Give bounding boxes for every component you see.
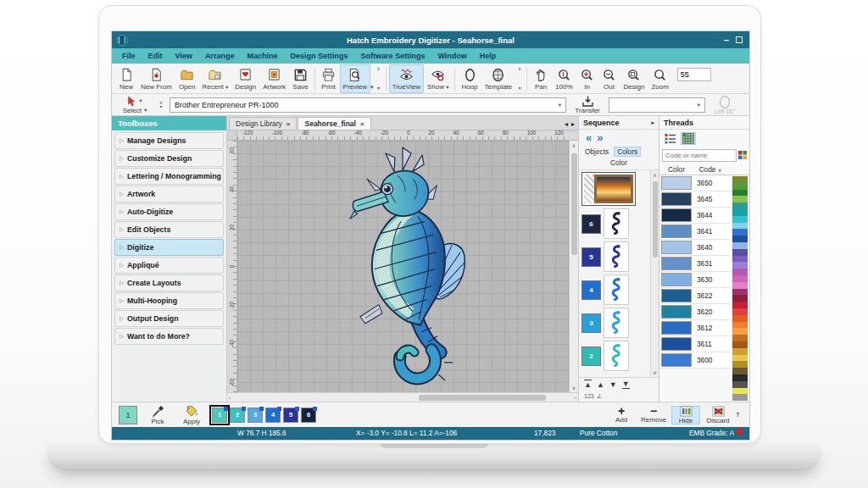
menu-item[interactable]: Edit bbox=[148, 52, 163, 60]
hide-unused-button[interactable]: Hide bbox=[671, 406, 700, 424]
thread-row[interactable]: 3622 bbox=[659, 288, 731, 304]
thread-grid-view-button[interactable] bbox=[681, 132, 696, 145]
sequence-color-row[interactable]: 4 bbox=[581, 274, 649, 305]
thread-row[interactable]: 3640 bbox=[659, 240, 731, 256]
toolbox-item[interactable]: ▷ Output Design bbox=[114, 310, 224, 327]
trueview-button[interactable]: TrueView bbox=[389, 64, 424, 93]
toolbox-item[interactable]: ▷ Multi-Hooping bbox=[114, 292, 224, 309]
tab-colors[interactable]: Colors bbox=[614, 147, 641, 157]
zoom-out-button[interactable]: Out bbox=[598, 64, 620, 93]
toolbox-item[interactable]: ▷ Create Layouts bbox=[114, 274, 224, 291]
show-button[interactable]: Show ▾ bbox=[424, 64, 453, 93]
machine-select[interactable]: Brother Entrepreneur PR-1000 ▾ bbox=[170, 97, 566, 113]
new-from-button[interactable]: New From bbox=[137, 64, 175, 93]
tab-objects[interactable]: Objects bbox=[581, 147, 612, 157]
save-button[interactable]: Save bbox=[289, 64, 311, 93]
discard-unused-button[interactable]: Discard bbox=[704, 406, 732, 424]
pick-color-button[interactable]: Pick bbox=[144, 405, 171, 425]
document-tab[interactable]: Seahorse_final × bbox=[298, 117, 370, 130]
seahorse-design[interactable] bbox=[346, 143, 466, 390]
thread-spectrum-strip[interactable] bbox=[732, 176, 748, 401]
palette-swatch[interactable]: 1 bbox=[212, 408, 227, 423]
thread-row[interactable]: 3645 bbox=[659, 191, 731, 208]
hoop-button[interactable]: Hoop bbox=[458, 64, 481, 93]
thread-row[interactable]: 3600 bbox=[659, 352, 731, 369]
toolbox-item[interactable]: ▷ Digitize bbox=[114, 239, 224, 256]
palette-swatch[interactable]: 3 bbox=[248, 408, 263, 423]
toolbox-item[interactable]: ▷ Auto-Digitize bbox=[114, 203, 224, 220]
angle-icon[interactable]: ∠ bbox=[597, 393, 602, 400]
toolbar-overflow-button[interactable]: ∨▾ bbox=[157, 98, 165, 112]
sequence-color-row[interactable]: 5 bbox=[581, 241, 649, 272]
sequence-scrollbar[interactable]: ∧ ∨ bbox=[650, 170, 659, 377]
scrollbar-thumb[interactable] bbox=[419, 395, 546, 401]
preview-button[interactable]: Preview bbox=[340, 64, 370, 93]
thread-row[interactable]: 3620 bbox=[659, 304, 731, 320]
next-color-button[interactable]: » bbox=[597, 131, 603, 144]
move-down-button[interactable]: ▼ bbox=[609, 380, 617, 389]
sequence-color-row[interactable]: 3 bbox=[581, 308, 649, 338]
template-button[interactable]: Template bbox=[481, 64, 515, 93]
print-button[interactable]: Print bbox=[318, 64, 340, 93]
thread-row[interactable]: 3644 bbox=[659, 208, 731, 224]
menu-item[interactable]: View bbox=[175, 52, 192, 60]
threads-code-column-header[interactable]: Code ∨ bbox=[693, 165, 727, 174]
toolbox-item[interactable]: ▷ Want to do More? bbox=[114, 328, 224, 345]
document-tab[interactable]: Design Library × bbox=[229, 117, 297, 130]
toolbox-item[interactable]: ▷ Edit Objects bbox=[114, 221, 224, 238]
menu-item[interactable]: Window bbox=[437, 52, 466, 60]
hoop-select[interactable]: ▾ bbox=[609, 97, 705, 113]
menu-item[interactable]: Help bbox=[480, 52, 497, 60]
zoom-100-button[interactable]: 100% bbox=[552, 64, 576, 93]
artwork-thumbnail[interactable] bbox=[581, 172, 636, 206]
menu-item[interactable]: Arrange bbox=[205, 52, 235, 60]
panel-collapse-icon[interactable]: ▸ bbox=[651, 119, 654, 126]
minimize-button[interactable]: – bbox=[724, 36, 729, 43]
toolbar-overflow-button[interactable]: ∨▾ bbox=[375, 64, 383, 93]
tab-close-icon[interactable]: × bbox=[287, 120, 291, 128]
tab-close-icon[interactable]: × bbox=[360, 120, 364, 128]
remove-color-button[interactable]: − Remove bbox=[639, 406, 668, 424]
canvas-vertical-scrollbar[interactable]: ∧ ∨ bbox=[569, 141, 578, 392]
thread-row[interactable]: 3630 bbox=[659, 272, 731, 288]
toolbox-item[interactable]: ▷ Manage Designs bbox=[114, 132, 224, 149]
open-button[interactable]: Open bbox=[175, 64, 199, 93]
sequence-color-row[interactable]: 6 bbox=[581, 208, 649, 239]
palette-swatch[interactable]: 5 bbox=[283, 408, 298, 423]
menu-item[interactable]: File bbox=[122, 52, 136, 60]
transfer-button[interactable]: Transfer bbox=[570, 96, 604, 114]
menu-item[interactable]: Machine bbox=[247, 52, 277, 60]
move-to-start-button[interactable]: ▲ bbox=[584, 380, 592, 389]
zoom-value-input[interactable] bbox=[677, 68, 711, 81]
artwork-button[interactable]: Artwork bbox=[259, 64, 289, 93]
move-up-button[interactable]: ▲ bbox=[597, 380, 604, 389]
maximize-button[interactable] bbox=[736, 36, 743, 43]
design-canvas[interactable] bbox=[237, 141, 569, 392]
threads-color-column-header[interactable]: Color bbox=[659, 165, 693, 174]
thread-row[interactable]: 3611 bbox=[659, 336, 731, 352]
add-color-button[interactable]: + Add bbox=[607, 406, 636, 424]
select-tool-button[interactable]: ▾ Select ▾ bbox=[117, 96, 153, 114]
new-button[interactable]: New bbox=[115, 64, 137, 93]
sequence-color-row[interactable]: 2 bbox=[581, 341, 649, 371]
thread-search-input[interactable] bbox=[662, 149, 737, 162]
pan-button[interactable]: Pan bbox=[530, 64, 552, 93]
tab-scroll-buttons[interactable]: ◂ ▸ bbox=[565, 120, 578, 130]
design-button[interactable]: Design bbox=[231, 64, 259, 93]
toolbar-overflow-button[interactable]: ∨▾ bbox=[515, 64, 524, 93]
scrollbar-thumb[interactable] bbox=[653, 181, 658, 258]
resequence-by-number-button[interactable]: 123 bbox=[584, 393, 594, 399]
palette-swatch[interactable]: 4 bbox=[265, 408, 281, 423]
menu-item[interactable]: Design Settings bbox=[290, 52, 348, 60]
recent-button[interactable]: Recent ▾ bbox=[198, 64, 231, 93]
toolbox-item[interactable]: ▷ Customize Design bbox=[114, 150, 224, 167]
toolbox-item[interactable]: ▷ Artwork bbox=[114, 186, 224, 202]
move-to-end-button[interactable]: ▼ bbox=[622, 380, 630, 389]
apply-color-button[interactable]: Apply bbox=[178, 405, 205, 425]
prev-color-button[interactable]: « bbox=[586, 131, 592, 144]
thread-row[interactable]: 3631 bbox=[659, 256, 731, 272]
zoom-button[interactable]: Zoom bbox=[648, 64, 671, 93]
canvas-horizontal-scrollbar[interactable]: ‹ › bbox=[227, 392, 578, 402]
scrollbar-thumb[interactable] bbox=[571, 153, 577, 255]
thread-row[interactable]: 3641 bbox=[659, 224, 731, 240]
